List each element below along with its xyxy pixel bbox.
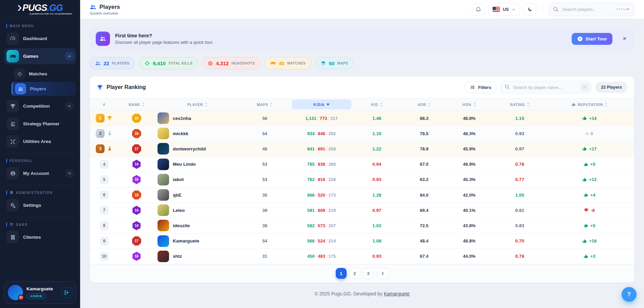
position-badge: 6 (100, 191, 109, 199)
stat-chip-headshots: 4,312HEADSHOTS (202, 57, 260, 69)
dark-mode-toggle[interactable] (523, 3, 536, 16)
global-search: Ctrl+K (549, 3, 634, 16)
rank-cell: 18 (116, 129, 157, 138)
column-hs[interactable]: HS% (446, 103, 493, 107)
sliders-icon (470, 85, 475, 90)
search-icon (553, 6, 559, 12)
player-cell[interactable]: iabot (157, 174, 238, 185)
player-cell[interactable]: shtz (157, 251, 238, 262)
player-avatar (158, 204, 169, 216)
player-cell[interactable]: qbE (157, 189, 238, 201)
sidebar-item-players[interactable]: Players (12, 82, 76, 96)
table-row[interactable]: 2 18 mickkk 54 934/846/ (90, 126, 634, 141)
page-button-2[interactable]: 2 (349, 268, 360, 279)
hs-cell: 40.1% (446, 208, 493, 213)
column-maps[interactable]: MAPS (238, 103, 292, 107)
rating-cell: 0.78 (493, 254, 547, 259)
level-badge: 18 (132, 129, 141, 138)
kda-cell: 591/609/219 (292, 208, 351, 213)
logout-button[interactable] (61, 287, 72, 298)
table-row[interactable]: 8 14 ideuzite 38 582/57 (90, 218, 634, 233)
reputation-cell: = +4 (547, 193, 632, 198)
notifications-button[interactable] (472, 3, 485, 16)
column-kd[interactable]: K/D (351, 103, 403, 107)
page-button-3[interactable]: 3 (363, 268, 374, 279)
column-rating[interactable]: RATING (493, 103, 547, 107)
brand-tagline: A plataforma líder em competitividade (5, 12, 75, 15)
rating-cell: 0.70 (493, 238, 547, 243)
divider (542, 5, 543, 14)
help-button[interactable]: ? (622, 287, 637, 302)
rating-cell: 0.83 (493, 223, 547, 228)
sidebar-item-competition[interactable]: Competition (4, 98, 76, 114)
table-row[interactable]: 1 20 ces1nha 56 1,131/7 (90, 111, 634, 126)
player-avatar (158, 112, 169, 124)
table-row[interactable]: 9 17 Kamarguete 54 566/ (90, 234, 634, 249)
kd-cell: 1.22 (351, 146, 403, 151)
chevron-up-icon[interactable] (65, 52, 74, 60)
sidebar-item-matches[interactable]: Matches (12, 67, 76, 81)
table-row[interactable]: 3 17 dontworrychild 48 (90, 141, 634, 157)
column-rank[interactable]: RANK (116, 103, 157, 107)
table-row[interactable]: 5 16 iabot 53 762/816/2 (90, 172, 634, 187)
column-reputation[interactable]: REPUTATION (547, 102, 632, 107)
next-page-button[interactable] (376, 268, 389, 279)
brand-logo[interactable]: PUGS.GG A plataforma líder em competitiv… (0, 0, 80, 18)
strategy-icon (6, 117, 19, 130)
table-row[interactable]: 4 14 Meu Lindo 53 785/8 (90, 157, 634, 172)
user-card[interactable]: 17 Kamarguete ADMIN (4, 281, 76, 304)
player-cell[interactable]: Kamarguete (157, 235, 238, 247)
chevron-down-icon[interactable] (65, 169, 74, 178)
reputation-cell: = 0 (547, 131, 632, 136)
divider (5, 217, 75, 217)
developer-link[interactable]: Kamarguete (384, 291, 409, 296)
footer: © 2025 Pugs.GG. Developed by Kamarguete (90, 291, 634, 296)
player-cell[interactable]: dontworrychild (157, 143, 238, 155)
gamepad-icon (270, 60, 276, 66)
sidebar-item-my-account[interactable]: My Account (4, 165, 76, 181)
thumbs-up-icon (584, 193, 588, 197)
column-adr[interactable]: ADR (403, 103, 446, 107)
table-row[interactable]: 6 18 qbE 35 666/520/173 (90, 187, 634, 203)
kd-cell: 0.94 (351, 162, 403, 167)
table-row[interactable]: 10 16 shtz 31 450/483/1 (90, 249, 634, 264)
shield-icon (10, 191, 14, 195)
layers-icon (10, 222, 14, 227)
sort-icon (270, 103, 273, 107)
maps-cell: 53 (238, 177, 292, 182)
start-tour-button[interactable]: Start Tour (572, 33, 613, 45)
sidebar-item-utilities-area[interactable]: Utilities Area (4, 133, 76, 149)
player-search-input[interactable] (500, 81, 591, 94)
sidebar-item-strategy-planner[interactable]: Strategy Planner (4, 116, 76, 132)
section-main-menu: MAIN MENU (6, 24, 74, 28)
column-kda-active-sort[interactable]: K/D/A (292, 99, 351, 109)
player-cell[interactable]: ces1nha (157, 112, 238, 124)
adr-cell: 67.4 (403, 254, 446, 259)
kd-cell: 1.46 (351, 116, 403, 121)
building-icon (6, 231, 19, 243)
gears-icon (6, 199, 19, 212)
stats-row: 22PLAYERS 9,410TOTAL KILLS 4,312HEADSHOT… (90, 57, 634, 69)
player-cell[interactable]: ideuzite (157, 220, 238, 231)
chevron-down-icon[interactable] (65, 102, 74, 110)
player-cell[interactable]: Leleo (157, 204, 238, 216)
kda-cell: 1,131/773/317 (292, 116, 351, 121)
copyright-text: © 2025 Pugs.GG. Developed by (314, 291, 382, 296)
reputation-value: = +12 (582, 177, 596, 182)
pagination: 1 2 3 (90, 264, 634, 283)
player-cell[interactable]: mickkk (157, 128, 238, 139)
sidebar-item-games[interactable]: Games (4, 48, 76, 64)
page-button-1[interactable]: 1 (336, 268, 347, 279)
filters-button[interactable]: Filters (465, 81, 496, 93)
sidebar-item-settings[interactable]: Settings (4, 197, 76, 213)
dashboard-gauge-icon (6, 32, 19, 45)
language-selector[interactable]: US (488, 3, 520, 16)
player-name: ideuzite (173, 223, 190, 228)
sidebar-item-dashboard[interactable]: Dashboard (4, 31, 76, 47)
column-player[interactable]: PLAYER (157, 103, 238, 107)
banner-close-button[interactable]: × (623, 35, 626, 42)
sidebar-item-clientes[interactable]: Clientes (4, 229, 76, 245)
table-row[interactable]: 7 14 Leleo 39 591/609/2 (90, 203, 634, 218)
player-cell[interactable]: Meu Lindo (157, 159, 238, 170)
thumbs-up-icon (582, 146, 587, 151)
